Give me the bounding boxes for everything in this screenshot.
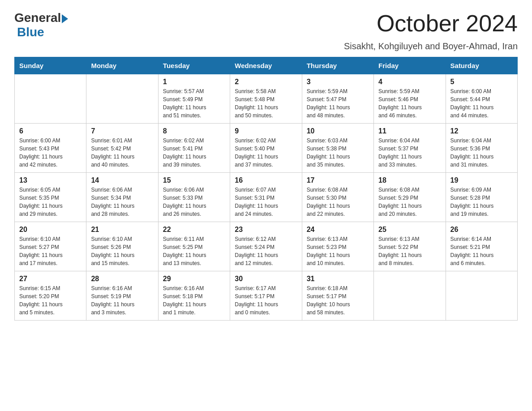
calendar-cell: 12Sunrise: 6:04 AMSunset: 5:36 PMDayligh… xyxy=(446,124,517,173)
calendar-cell: 23Sunrise: 6:12 AMSunset: 5:24 PMDayligh… xyxy=(230,222,302,271)
day-info: Sunrise: 6:02 AMSunset: 5:41 PMDaylight:… xyxy=(163,137,225,169)
calendar-cell: 26Sunrise: 6:14 AMSunset: 5:21 PMDayligh… xyxy=(446,222,517,271)
day-number: 21 xyxy=(91,226,153,234)
day-info: Sunrise: 6:04 AMSunset: 5:37 PMDaylight:… xyxy=(378,137,441,169)
day-number: 12 xyxy=(450,127,513,135)
day-info: Sunrise: 6:13 AMSunset: 5:22 PMDaylight:… xyxy=(378,235,441,267)
calendar-cell: 14Sunrise: 6:06 AMSunset: 5:34 PMDayligh… xyxy=(86,173,158,222)
day-number: 29 xyxy=(163,275,225,283)
day-info: Sunrise: 6:15 AMSunset: 5:20 PMDaylight:… xyxy=(19,284,82,317)
day-number: 9 xyxy=(235,127,297,135)
calendar-cell: 2Sunrise: 5:58 AMSunset: 5:48 PMDaylight… xyxy=(230,74,302,124)
day-number: 2 xyxy=(235,78,297,86)
day-info: Sunrise: 6:10 AMSunset: 5:27 PMDaylight:… xyxy=(19,235,82,267)
day-info: Sunrise: 6:18 AMSunset: 5:17 PMDaylight:… xyxy=(307,284,369,317)
calendar-cell xyxy=(15,74,86,124)
day-number: 13 xyxy=(19,176,82,184)
day-info: Sunrise: 5:58 AMSunset: 5:48 PMDaylight:… xyxy=(235,87,297,120)
calendar-cell xyxy=(86,74,158,124)
day-number: 3 xyxy=(307,78,369,86)
calendar-cell: 17Sunrise: 6:08 AMSunset: 5:30 PMDayligh… xyxy=(302,173,373,222)
day-number: 15 xyxy=(163,176,225,184)
day-number: 11 xyxy=(378,127,441,135)
day-number: 18 xyxy=(378,176,441,184)
calendar-cell: 24Sunrise: 6:13 AMSunset: 5:23 PMDayligh… xyxy=(302,222,373,271)
calendar-cell: 30Sunrise: 6:17 AMSunset: 5:17 PMDayligh… xyxy=(230,271,302,321)
day-number: 27 xyxy=(19,275,82,283)
day-info: Sunrise: 5:59 AMSunset: 5:47 PMDaylight:… xyxy=(307,87,369,120)
weekday-header-monday: Monday xyxy=(86,57,158,74)
logo: General Blue xyxy=(14,11,68,39)
calendar-cell: 5Sunrise: 6:00 AMSunset: 5:44 PMDaylight… xyxy=(446,74,517,124)
weekday-header-thursday: Thursday xyxy=(302,57,373,74)
calendar-cell: 29Sunrise: 6:16 AMSunset: 5:18 PMDayligh… xyxy=(158,271,230,321)
calendar-cell: 21Sunrise: 6:10 AMSunset: 5:26 PMDayligh… xyxy=(86,222,158,271)
day-info: Sunrise: 6:03 AMSunset: 5:38 PMDaylight:… xyxy=(307,137,369,169)
day-info: Sunrise: 6:00 AMSunset: 5:43 PMDaylight:… xyxy=(19,137,82,169)
calendar-cell: 31Sunrise: 6:18 AMSunset: 5:17 PMDayligh… xyxy=(302,271,373,321)
day-number: 6 xyxy=(19,127,82,135)
calendar-week-row: 20Sunrise: 6:10 AMSunset: 5:27 PMDayligh… xyxy=(15,222,518,271)
calendar-cell: 6Sunrise: 6:00 AMSunset: 5:43 PMDaylight… xyxy=(15,124,86,173)
day-info: Sunrise: 6:05 AMSunset: 5:35 PMDaylight:… xyxy=(19,186,82,218)
logo-arrow-icon xyxy=(62,14,68,23)
calendar-cell: 18Sunrise: 6:08 AMSunset: 5:29 PMDayligh… xyxy=(374,173,446,222)
calendar-cell: 1Sunrise: 5:57 AMSunset: 5:49 PMDaylight… xyxy=(158,74,230,124)
weekday-header-row: SundayMondayTuesdayWednesdayThursdayFrid… xyxy=(15,57,518,74)
calendar-cell: 8Sunrise: 6:02 AMSunset: 5:41 PMDaylight… xyxy=(158,124,230,173)
calendar-week-row: 13Sunrise: 6:05 AMSunset: 5:35 PMDayligh… xyxy=(15,173,518,222)
day-number: 8 xyxy=(163,127,225,135)
calendar-cell: 22Sunrise: 6:11 AMSunset: 5:25 PMDayligh… xyxy=(158,222,230,271)
day-info: Sunrise: 6:17 AMSunset: 5:17 PMDaylight:… xyxy=(235,284,297,317)
weekday-header-saturday: Saturday xyxy=(446,57,517,74)
day-info: Sunrise: 6:16 AMSunset: 5:19 PMDaylight:… xyxy=(91,284,153,317)
day-number: 23 xyxy=(235,226,297,234)
day-info: Sunrise: 6:06 AMSunset: 5:34 PMDaylight:… xyxy=(91,186,153,218)
calendar-cell xyxy=(374,271,446,321)
calendar-cell: 25Sunrise: 6:13 AMSunset: 5:22 PMDayligh… xyxy=(374,222,446,271)
calendar-cell: 28Sunrise: 6:16 AMSunset: 5:19 PMDayligh… xyxy=(86,271,158,321)
logo-general-text: General xyxy=(14,11,61,25)
day-number: 26 xyxy=(450,226,513,234)
day-number: 1 xyxy=(163,78,225,86)
calendar-week-row: 27Sunrise: 6:15 AMSunset: 5:20 PMDayligh… xyxy=(15,271,518,321)
day-info: Sunrise: 6:01 AMSunset: 5:42 PMDaylight:… xyxy=(91,137,153,169)
day-info: Sunrise: 5:57 AMSunset: 5:49 PMDaylight:… xyxy=(163,87,225,120)
day-info: Sunrise: 6:00 AMSunset: 5:44 PMDaylight:… xyxy=(450,87,513,120)
day-number: 25 xyxy=(378,226,441,234)
day-info: Sunrise: 6:06 AMSunset: 5:33 PMDaylight:… xyxy=(163,186,225,218)
day-number: 28 xyxy=(91,275,153,283)
calendar-cell: 20Sunrise: 6:10 AMSunset: 5:27 PMDayligh… xyxy=(15,222,86,271)
day-number: 5 xyxy=(450,78,513,86)
location-subtitle: Sisakht, Kohgiluyeh and Boyer-Ahmad, Ira… xyxy=(14,41,518,51)
day-info: Sunrise: 6:09 AMSunset: 5:28 PMDaylight:… xyxy=(450,186,513,218)
calendar-cell: 9Sunrise: 6:02 AMSunset: 5:40 PMDaylight… xyxy=(230,124,302,173)
weekday-header-friday: Friday xyxy=(374,57,446,74)
calendar-cell: 7Sunrise: 6:01 AMSunset: 5:42 PMDaylight… xyxy=(86,124,158,173)
day-number: 14 xyxy=(91,176,153,184)
day-number: 7 xyxy=(91,127,153,135)
logo-blue-text: Blue xyxy=(17,25,44,39)
day-number: 30 xyxy=(235,275,297,283)
day-info: Sunrise: 6:16 AMSunset: 5:18 PMDaylight:… xyxy=(163,284,225,317)
day-info: Sunrise: 6:07 AMSunset: 5:31 PMDaylight:… xyxy=(235,186,297,218)
calendar-week-row: 1Sunrise: 5:57 AMSunset: 5:49 PMDaylight… xyxy=(15,74,518,124)
weekday-header-tuesday: Tuesday xyxy=(158,57,230,74)
calendar-cell: 15Sunrise: 6:06 AMSunset: 5:33 PMDayligh… xyxy=(158,173,230,222)
day-number: 10 xyxy=(307,127,369,135)
day-info: Sunrise: 6:11 AMSunset: 5:25 PMDaylight:… xyxy=(163,235,225,267)
calendar-cell: 19Sunrise: 6:09 AMSunset: 5:28 PMDayligh… xyxy=(446,173,517,222)
day-info: Sunrise: 6:13 AMSunset: 5:23 PMDaylight:… xyxy=(307,235,369,267)
day-number: 31 xyxy=(307,275,369,283)
day-number: 20 xyxy=(19,226,82,234)
calendar-table: SundayMondayTuesdayWednesdayThursdayFrid… xyxy=(14,57,518,321)
day-number: 24 xyxy=(307,226,369,234)
page-header: General Blue October 2024 xyxy=(14,11,518,39)
month-title: October 2024 xyxy=(377,11,518,36)
calendar-cell: 16Sunrise: 6:07 AMSunset: 5:31 PMDayligh… xyxy=(230,173,302,222)
day-number: 19 xyxy=(450,176,513,184)
day-info: Sunrise: 6:02 AMSunset: 5:40 PMDaylight:… xyxy=(235,137,297,169)
day-info: Sunrise: 6:08 AMSunset: 5:30 PMDaylight:… xyxy=(307,186,369,218)
calendar-cell: 13Sunrise: 6:05 AMSunset: 5:35 PMDayligh… xyxy=(15,173,86,222)
day-number: 17 xyxy=(307,176,369,184)
